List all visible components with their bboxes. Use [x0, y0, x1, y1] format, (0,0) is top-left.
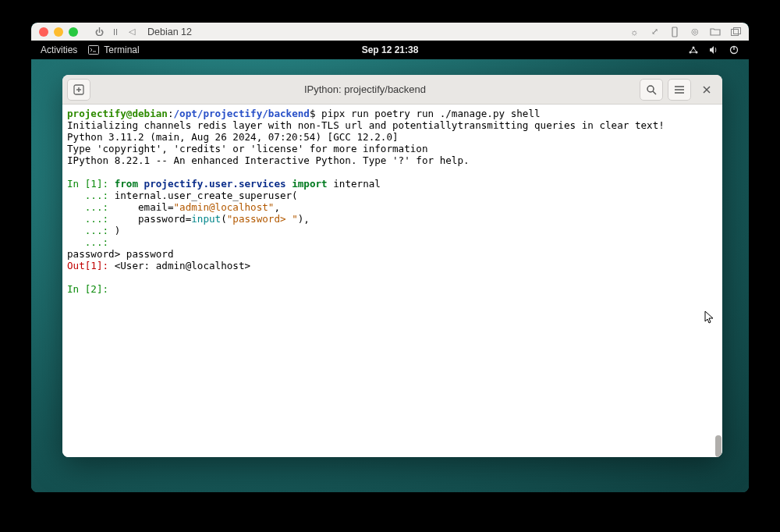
volume-icon[interactable]: [708, 44, 719, 55]
import-name: internal: [328, 178, 381, 190]
hamburger-menu-button[interactable]: [668, 79, 691, 101]
svg-rect-0: [672, 27, 677, 37]
terminal-body[interactable]: projectify@debian:/opt/projectify/backen…: [62, 105, 722, 457]
kw-import: import: [292, 178, 328, 190]
svg-point-12: [647, 86, 654, 92]
scrollbar-thumb[interactable]: [715, 435, 722, 457]
cont-prompt: ...:: [67, 190, 108, 201]
terminal-icon: [88, 44, 99, 55]
mouse-cursor-icon: [704, 310, 714, 325]
code-line: ,: [274, 201, 280, 213]
mac-titlebar: ⏻ II ◁ Debian 12 ☼ ⤢ ◎: [31, 23, 749, 41]
active-app-label: Terminal: [104, 44, 139, 55]
disc-icon[interactable]: ◎: [690, 27, 700, 37]
minimize-traffic-light[interactable]: [54, 27, 63, 37]
code-line: email=: [108, 201, 173, 213]
prompt-user: projectify@debian: [67, 108, 168, 119]
terminal-window: IPython: projectify/backend projectify@d…: [62, 75, 722, 457]
close-window-button[interactable]: [696, 79, 718, 101]
power-menu-icon[interactable]: [729, 44, 739, 55]
in-prompt: In [1]:: [67, 178, 108, 190]
windows-icon[interactable]: [730, 27, 741, 37]
cont-prompt: ...:: [67, 201, 108, 213]
cont-prompt: ...:: [67, 236, 108, 248]
output-line: Type 'copyright', 'credits' or 'license'…: [67, 143, 428, 154]
string-literal: "admin@localhost": [173, 201, 274, 213]
power-icon[interactable]: ⏻: [94, 27, 105, 37]
vm-title: Debian 12: [147, 27, 192, 37]
svg-line-13: [653, 91, 656, 94]
desktop[interactable]: IPython: projectify/backend projectify@d…: [31, 59, 749, 492]
cont-prompt: ...:: [67, 225, 108, 236]
code-line: internal.user_create_superuser(: [108, 190, 298, 201]
gnome-topbar: Activities Terminal Sep 12 21:38: [31, 41, 749, 59]
terminal-header: IPython: projectify/backend: [62, 75, 722, 105]
input-echo: password> password: [67, 248, 173, 260]
output-line: IPython 8.22.1 -- An enhanced Interactiv…: [67, 154, 470, 166]
pause-icon[interactable]: II: [110, 27, 121, 37]
clock[interactable]: Sep 12 21:38: [362, 44, 419, 55]
builtin-input: input: [191, 213, 221, 225]
code-line: ),: [298, 213, 310, 225]
display-icon[interactable]: ☼: [629, 27, 640, 37]
terminal-title: IPython: projectify/backend: [95, 83, 635, 95]
vm-window: ⏻ II ◁ Debian 12 ☼ ⤢ ◎ Activities: [31, 23, 749, 492]
out-value: <User: admin@localhost>: [108, 260, 250, 271]
out-prompt: Out[1]:: [67, 260, 108, 271]
activities-button[interactable]: Activities: [41, 44, 77, 55]
usb-icon[interactable]: [669, 27, 680, 37]
svg-rect-3: [89, 46, 99, 55]
network-icon[interactable]: [688, 44, 699, 55]
kw-from: from: [115, 178, 138, 190]
code-line: ): [108, 225, 120, 236]
svg-rect-1: [731, 30, 738, 36]
shell-command: pipx run poetry run ./manage.py shell: [321, 108, 541, 119]
folder-icon[interactable]: [710, 27, 721, 37]
code-line: password=: [108, 213, 191, 225]
back-icon[interactable]: ◁: [126, 27, 137, 37]
expand-icon[interactable]: ⤢: [649, 27, 660, 37]
string-literal: "password> ": [227, 213, 298, 225]
maximize-traffic-light[interactable]: [69, 27, 78, 37]
close-traffic-light[interactable]: [39, 27, 48, 37]
in-prompt: In [2]:: [67, 283, 108, 295]
output-line: Python 3.11.2 (main, Aug 26 2024, 07:20:…: [67, 131, 399, 143]
new-tab-button[interactable]: [67, 79, 90, 101]
search-button[interactable]: [640, 79, 663, 101]
cont-prompt: ...:: [67, 213, 108, 225]
scrollbar[interactable]: [714, 105, 722, 457]
output-line: Initializing channels redis layer with n…: [67, 119, 665, 131]
module-path: projectify.user.services: [144, 178, 286, 190]
active-app[interactable]: Terminal: [88, 44, 139, 55]
svg-rect-2: [733, 28, 740, 34]
prompt-path: /opt/projectify/backend: [174, 108, 310, 119]
code-line: (: [221, 213, 227, 225]
